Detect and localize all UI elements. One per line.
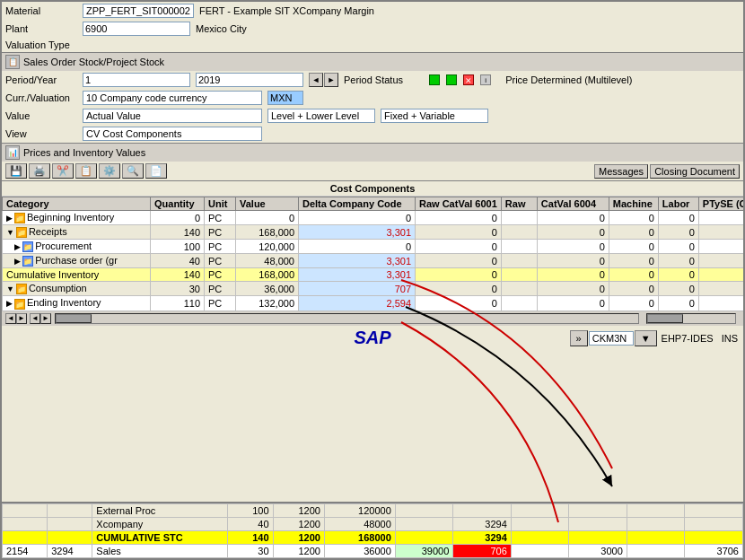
status-green2 [446, 74, 457, 85]
curr-valuation-label: Curr./Valuation [5, 92, 77, 103]
sales-order-section: 📋 Sales Order Stock/Project Stock [2, 52, 743, 71]
toolbar-btn3[interactable]: ✂️ [52, 163, 74, 179]
view-row: View CV Cost Components [2, 125, 743, 143]
nav-double-right[interactable]: » [570, 330, 588, 346]
toolbar: 💾 🖨️ ✂️ 📋 ⚙️ 🔍 📄 Messages Closing Docume… [2, 162, 743, 181]
col-raw: Raw [501, 197, 537, 211]
status-x: ✕ [463, 74, 474, 85]
scrollbar-thumb2[interactable] [647, 314, 683, 323]
main-table-container[interactable]: Category Quantity Unit Value Delta Compa… [2, 197, 743, 311]
ins-label: INS [718, 333, 741, 344]
table-row: ▶📁Procurement [3, 240, 151, 254]
period-row: Period/Year 1 2019 ◄ ► Period Status ✕ i… [2, 71, 743, 89]
prices-section: 📊 Prices and Inventory Values [2, 143, 743, 162]
next-arrow[interactable]: ► [324, 73, 338, 87]
nav-chevron[interactable]: ▼ [635, 330, 657, 346]
year-value[interactable]: 2019 [196, 73, 303, 87]
scroll-left2[interactable]: ◄ [30, 313, 40, 324]
table-row: ▼📁Consumption [3, 282, 151, 296]
toolbar-btn4[interactable]: 📋 [75, 163, 97, 179]
scrollbar-thumb[interactable] [56, 314, 92, 323]
period-status-label: Period Status [344, 74, 416, 85]
prices-icon: 📊 [5, 145, 20, 160]
curr-valuation-value[interactable]: 10 Company code currency [83, 91, 262, 105]
value-label: Value [5, 110, 77, 121]
view-value[interactable]: CV Cost Components [83, 127, 262, 141]
plant-value: 6900 [83, 22, 190, 36]
cost-components-header: Cost Components [2, 181, 743, 197]
server-label: EHP7-IDES [658, 333, 717, 344]
sales-order-label: Sales Order Stock/Project Stock [23, 57, 164, 67]
main-window: Material ZPP_FERT_SIT000002 FERT - Examp… [0, 0, 745, 560]
left-scrollbar-arrows[interactable]: ◄ ► [5, 313, 27, 324]
table-row: ▶📁Beginning Inventory [3, 211, 151, 225]
toolbar-btn2[interactable]: 🖨️ [29, 163, 50, 179]
h-scrollbar2[interactable] [646, 313, 736, 324]
bottom-nav: » CKM3N ▼ EHP7-IDES INS [568, 328, 743, 348]
curr-code: MXN [267, 91, 303, 105]
level-value[interactable]: Level + Lower Level [267, 109, 375, 123]
toolbar-btn6[interactable]: 🔍 [122, 163, 144, 179]
cost-components-label: Cost Components [330, 183, 416, 194]
sap-area: SAP » CKM3N ▼ EHP7-IDES INS [2, 326, 743, 351]
curr-valuation-row: Curr./Valuation 10 Company code currency… [2, 89, 743, 107]
period-label: Period/Year [5, 74, 77, 85]
col-ptyse: PTySE (G [698, 197, 743, 211]
material-desc: FERT - Example SIT XCompany Margin [199, 5, 374, 16]
value-row: Value Actual Value Level + Lower Level F… [2, 107, 743, 125]
sap-logo: SAP [354, 328, 390, 348]
scroll-left[interactable]: ◄ [5, 313, 16, 324]
fixed-variable-value[interactable]: Fixed + Variable [381, 109, 488, 123]
price-determined-label: Price Determined (Multilevel) [505, 74, 632, 85]
valuation-type-row: Valuation Type [2, 38, 743, 52]
prices-label: Prices and Inventory Values [23, 147, 145, 158]
sales-order-icon: 📋 [5, 55, 20, 69]
toolbar-btn7[interactable]: 📄 [145, 163, 167, 179]
main-table: Category Quantity Unit Value Delta Compa… [2, 197, 743, 311]
status-green1 [429, 74, 440, 85]
table-row: ▶📁Purchase order (gr [3, 254, 151, 268]
prev-arrow[interactable]: ◄ [309, 73, 323, 87]
scroll-right2[interactable]: ► [40, 313, 51, 324]
plant-desc: Mexico City [196, 23, 247, 34]
table-row: ▼📁Receipts [3, 225, 151, 240]
scrollbar-area: ◄ ► ◄ ► [2, 311, 743, 326]
table-row: ▶📁Ending Inventory [3, 296, 151, 311]
closing-doc-button[interactable]: Closing Document [650, 164, 740, 179]
col-unit: Unit [205, 197, 236, 211]
col-labor: Labor [658, 197, 698, 211]
view-label: View [5, 128, 77, 139]
col-value: Value [236, 197, 299, 211]
toolbar-btn5[interactable]: ⚙️ [99, 163, 120, 179]
scrollbar-track2[interactable] [646, 313, 736, 324]
material-value: ZPP_FERT_SIT000002 [83, 4, 194, 18]
valuation-type-label: Valuation Type [5, 39, 77, 50]
messages-button[interactable]: Messages [594, 164, 648, 179]
col-machine: Machine [609, 197, 658, 211]
system-label: CKM3N [589, 331, 634, 346]
plant-row: Plant 6900 Mexico City [2, 20, 743, 38]
scroll-right-inner[interactable]: ► [16, 313, 27, 324]
right-scrollbar-arrows[interactable]: ◄ ► [30, 313, 51, 324]
material-label: Material [5, 5, 77, 16]
toolbar-btn1[interactable]: 💾 [5, 163, 27, 179]
col-quantity: Quantity [151, 197, 205, 211]
period-value[interactable]: 1 [83, 73, 190, 87]
plant-label: Plant [5, 23, 77, 34]
nav-arrows: ◄ ► [309, 73, 338, 87]
col-delta: Delta Company Code [299, 197, 416, 211]
col-raw6001: Raw CatVal 6001 [416, 197, 502, 211]
value-value[interactable]: Actual Value [83, 109, 262, 123]
table-row: Cumulative Inventory [3, 268, 151, 282]
bottom-table: External Proc 100 1200 120000 Xcompany 4… [2, 503, 743, 558]
status-i: i [480, 74, 491, 85]
col-catval6004: CatVal 6004 [537, 197, 609, 211]
bottom-panel: External Proc 100 1200 120000 Xcompany 4… [2, 502, 743, 558]
col-category: Category [3, 197, 151, 211]
h-scrollbar[interactable] [55, 313, 639, 324]
material-row: Material ZPP_FERT_SIT000002 FERT - Examp… [2, 2, 743, 20]
scrollbar-track[interactable] [55, 313, 639, 324]
